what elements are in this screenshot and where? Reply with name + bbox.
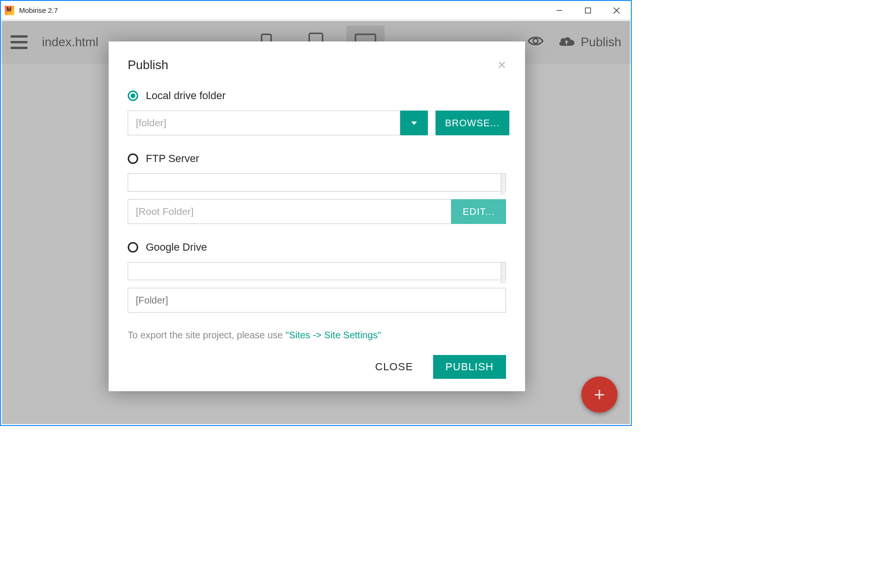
ftp-server-input-wrapper [128, 173, 506, 195]
ftp-server-stepper[interactable] [501, 174, 506, 195]
app-window: Mobirise 2.7 index.html [0, 0, 632, 426]
export-hint-text: To export the site project, please use [128, 330, 285, 340]
window-titlebar: Mobirise 2.7 [1, 1, 631, 20]
ftp-root-row: EDIT... [128, 199, 506, 224]
ftp-server-input[interactable] [128, 173, 506, 192]
radio-local-label: Local drive folder [146, 90, 226, 102]
window-close-button[interactable] [602, 1, 631, 20]
add-block-fab[interactable]: + [581, 376, 618, 413]
radio-ftp-label: FTP Server [146, 152, 199, 165]
export-hint-link[interactable]: "Sites -> Site Settings" [285, 330, 381, 340]
gdrive-folder-input[interactable] [128, 288, 506, 313]
app-icon [5, 6, 14, 15]
gdrive-account-input-wrapper [128, 262, 506, 284]
gdrive-account-stepper[interactable] [501, 263, 506, 284]
modal-footer: CLOSE PUBLISH [128, 355, 506, 379]
export-hint: To export the site project, please use "… [128, 330, 506, 341]
close-button[interactable]: CLOSE [366, 355, 422, 379]
radio-local[interactable] [128, 91, 138, 101]
browse-button[interactable]: BROWSE... [436, 111, 509, 135]
local-folder-dropdown[interactable] [400, 111, 428, 135]
ftp-edit-button[interactable]: EDIT... [451, 199, 506, 224]
local-input-group [128, 111, 428, 135]
window-minimize-button[interactable] [545, 1, 574, 20]
option-local: Local drive folder BROWSE... [128, 90, 506, 135]
option-ftp-radio-row[interactable]: FTP Server [128, 152, 506, 165]
local-folder-input[interactable] [128, 111, 400, 135]
modal-title: Publish [128, 58, 168, 72]
option-local-radio-row[interactable]: Local drive folder [128, 90, 506, 102]
ftp-root-input[interactable] [128, 199, 451, 224]
modal-header: Publish × [128, 58, 506, 72]
window-maximize-button[interactable] [574, 1, 602, 20]
option-gdrive-radio-row[interactable]: Google Drive [128, 241, 506, 253]
option-gdrive: Google Drive [128, 241, 506, 316]
gdrive-account-input[interactable] [128, 262, 506, 280]
window-title: Mobirise 2.7 [19, 6, 58, 14]
svg-rect-1 [586, 8, 591, 13]
option-ftp: FTP Server EDIT... [128, 152, 506, 224]
radio-gdrive-label: Google Drive [146, 241, 207, 253]
window-controls [545, 1, 631, 20]
modal-close-icon[interactable]: × [497, 58, 506, 72]
radio-gdrive[interactable] [128, 242, 138, 253]
local-input-row: BROWSE... [128, 111, 506, 135]
publish-modal: Publish × Local drive folder BROWSE... F… [109, 41, 525, 391]
plus-icon: + [594, 385, 605, 404]
radio-ftp[interactable] [128, 153, 138, 164]
publish-submit-button[interactable]: PUBLISH [433, 355, 506, 379]
